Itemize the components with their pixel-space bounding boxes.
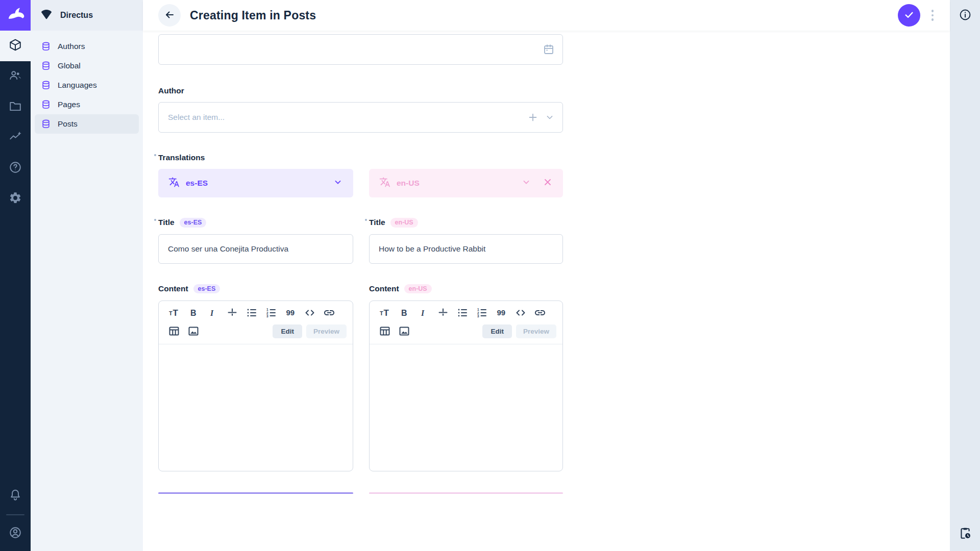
save-button[interactable] [898,4,920,27]
numbered-list-icon[interactable]: 123 [473,304,491,321]
sidebar-item-languages[interactable]: Languages [35,76,139,95]
svg-text:3: 3 [266,314,268,318]
module-files[interactable] [0,92,31,122]
directus-logo[interactable] [0,0,31,31]
bullet-list-icon[interactable] [242,304,261,321]
folder-icon [9,99,22,115]
content-es-label-row: Content es-ES [158,284,353,294]
author-label: Author [158,86,184,95]
module-bar-divider [6,514,24,515]
svg-text:99: 99 [286,308,295,317]
bold-icon[interactable]: B [184,304,203,321]
navigation-sidebar: Directus AuthorsGlobalLanguagesPagesPost… [31,0,143,551]
module-content[interactable] [0,31,31,61]
language-chip-es[interactable]: es-ES [158,169,353,197]
divider-purple [158,492,353,494]
more-options-button[interactable] [928,7,937,24]
module-settings[interactable] [0,184,31,214]
editor-text-area[interactable] [159,344,353,471]
module-users[interactable] [0,61,31,92]
image-icon[interactable] [395,322,413,340]
code-icon[interactable] [301,304,319,321]
edit-mode-button[interactable]: Edit [482,324,512,338]
code-icon[interactable] [511,304,530,321]
database-icon [41,119,51,129]
project-header[interactable]: Directus [31,0,143,31]
image-icon[interactable] [184,322,203,340]
link-icon[interactable] [320,304,338,321]
title-es-label-row: Title es-ES [158,218,353,228]
format-size-icon[interactable]: TT [376,304,394,321]
svg-text:T: T [169,310,173,316]
chevron-down-icon[interactable] [333,177,343,189]
blockquote-icon[interactable]: 99 [281,304,300,321]
sidebar-item-label: Global [58,61,81,70]
italic-icon[interactable]: I [204,304,222,321]
edit-mode-button[interactable]: Edit [273,324,302,338]
sidebar-item-pages[interactable]: Pages [35,95,139,114]
chevron-down-icon[interactable] [521,177,531,189]
chevron-down-icon[interactable] [545,112,555,122]
sidebar-item-global[interactable]: Global [35,56,139,76]
content-en-label: Content [369,284,399,293]
blockquote-icon[interactable]: 99 [492,304,510,321]
table-icon[interactable] [376,322,394,340]
table-icon[interactable] [165,322,183,340]
module-help[interactable] [0,153,31,184]
bold-icon[interactable]: B [395,304,413,321]
clipboard-clock-icon [959,527,972,541]
svg-text:B: B [190,309,197,317]
format-size-icon[interactable]: TT [165,304,183,321]
back-button[interactable] [158,4,181,27]
calendar-icon[interactable] [543,43,555,56]
module-insights[interactable] [0,122,31,153]
strikethrough-icon[interactable] [434,304,452,321]
language-code: es-ES [186,179,208,188]
add-item-icon[interactable] [527,112,538,123]
info-button[interactable] [954,4,976,27]
project-logo-icon [40,8,53,22]
language-chip-en[interactable]: en-US [369,169,563,197]
content-labels-row: Content es-ES Content en-US [158,284,563,294]
link-icon[interactable] [531,304,549,321]
required-dot [154,154,156,156]
form-scroll-area[interactable]: Author Translations [143,31,950,551]
preview-mode-button[interactable]: Preview [516,324,556,338]
divider-pink [369,492,563,494]
preview-mode-button[interactable]: Preview [306,324,347,338]
arrow-left-icon [163,9,176,22]
sidebar-item-posts[interactable]: Posts [35,114,139,134]
close-icon[interactable] [543,177,553,189]
account-button[interactable] [0,518,31,549]
date-input[interactable] [158,34,563,65]
translations-label: Translations [158,153,205,162]
title-en-label: Title [369,218,385,227]
strikethrough-icon[interactable] [223,304,241,321]
title-inputs-row [158,234,563,264]
title-es-input[interactable] [158,234,353,264]
lang-badge-en: en-US [404,284,432,294]
page-title: Creating Item in Posts [190,9,316,22]
italic-icon[interactable]: I [414,304,433,321]
notifications-button[interactable] [0,481,31,511]
svg-text:B: B [401,309,407,317]
numbered-list-icon[interactable]: 123 [262,304,280,321]
author-select-input[interactable] [158,102,563,133]
title-es-label: Title [158,218,175,227]
svg-text:3: 3 [477,314,479,318]
title-en-input[interactable] [369,234,563,264]
revisions-button[interactable] [954,522,976,545]
svg-text:I: I [210,309,214,317]
wysiwyg-editor-en: TTBI12399EditPreview [369,300,563,471]
info-icon [959,8,972,23]
next-fields-rules [158,492,563,494]
content-editors-row: TTBI12399EditPreview TTBI12399EditPrevie… [158,300,563,471]
bullet-list-icon[interactable] [453,304,472,321]
sidebar-item-authors[interactable]: Authors [35,37,139,56]
editor-text-area[interactable] [370,344,562,471]
lang-badge-es: es-ES [180,218,207,228]
author-field [158,102,563,133]
lang-badge-en: en-US [390,218,418,228]
translate-icon [379,177,390,190]
account-icon [9,526,22,541]
